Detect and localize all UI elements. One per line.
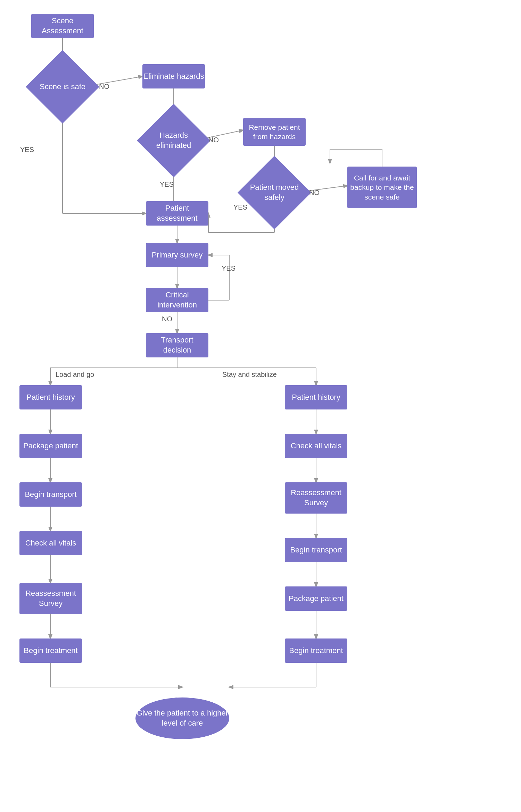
stay-package-patient-node: Package patient — [285, 586, 347, 611]
yes-ci-label: YES — [222, 264, 235, 272]
load-go-patient-history-node: Patient history — [19, 385, 82, 409]
flowchart-container: Scene Assessment Scene is safe Eliminate… — [0, 0, 521, 812]
patient-moved-safely-node: Patient moved safely — [238, 156, 311, 229]
call-for-backup-node: Call for and await backup to make the sc… — [347, 167, 417, 208]
scene-is-safe-label: Scene is safe — [36, 61, 89, 113]
load-go-check-vitals-node: Check all vitals — [19, 531, 82, 555]
yes-label-3: YES — [233, 203, 247, 211]
higher-care-node: Give the patient to a higher level of ca… — [135, 697, 229, 739]
scene-is-safe-node: Scene is safe — [26, 50, 99, 124]
stay-begin-treatment-node: Begin treatment — [285, 638, 347, 663]
yes-label-1: YES — [20, 146, 34, 154]
eliminate-hazards-node: Eliminate hazards — [142, 64, 205, 88]
stay-check-vitals-node: Check all vitals — [285, 434, 347, 458]
scene-assessment-node: Scene Assessment — [31, 14, 94, 38]
primary-survey-node: Primary survey — [146, 243, 208, 267]
remove-patient-node: Remove patient from hazards — [243, 118, 306, 146]
hazards-eliminated-node: Hazards eliminated — [137, 104, 210, 177]
load-go-reassessment-node: Reassessment Survey — [19, 583, 82, 614]
no-ci-label: NO — [162, 315, 172, 323]
hazards-eliminated-label: Hazards eliminated — [148, 115, 200, 167]
stay-patient-history-node: Patient history — [285, 385, 347, 409]
load-and-go-label: Load and go — [56, 371, 94, 379]
no-label-2: NO — [208, 136, 219, 144]
no-label-3: NO — [309, 189, 320, 197]
stay-and-stabilize-label: Stay and stabilize — [222, 371, 277, 379]
load-go-begin-transport-node: Begin transport — [19, 482, 82, 507]
stay-reassessment-node: Reassessment Survey — [285, 482, 347, 514]
yes-label-2: YES — [160, 180, 174, 188]
patient-moved-safely-label: Patient moved safely — [248, 167, 300, 219]
transport-decision-node: Transport decision — [146, 333, 208, 357]
no-label-1: NO — [99, 83, 109, 91]
stay-begin-transport-node: Begin transport — [285, 538, 347, 562]
load-go-package-patient-node: Package patient — [19, 434, 82, 458]
critical-intervention-node: Critical intervention — [146, 288, 208, 312]
load-go-begin-treatment-node: Begin treatment — [19, 638, 82, 663]
patient-assessment-node: Patient assessment — [146, 201, 208, 226]
